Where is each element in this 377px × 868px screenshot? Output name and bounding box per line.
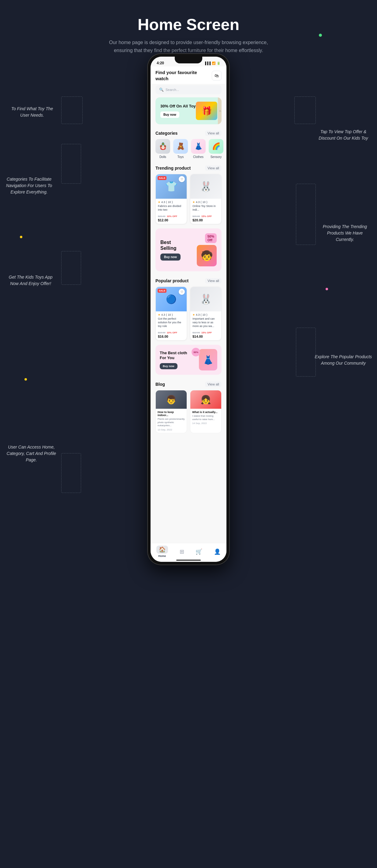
bottom-nav: 🏠 Home ⊞ 🛒 👤: [151, 543, 226, 562]
categories-view-all[interactable]: View all: [205, 130, 222, 136]
sensory-label: Sensory: [211, 155, 222, 159]
best-selling-image: 🧒: [197, 245, 217, 267]
cloth-banner-title: The Best clothFor You: [160, 350, 187, 361]
wifi-icon: 📶: [212, 62, 215, 65]
popular-product-1-info: ★ 4.3 (10) Got the perfect solution for …: [156, 311, 187, 340]
annotation-box-enjoy: [61, 251, 81, 285]
annotation-box-categories: [61, 144, 81, 184]
best-selling-title: BestSelling: [160, 240, 181, 251]
popular-product-1-emoji: 🔵: [166, 294, 177, 304]
best-selling-badge: 50%Off: [205, 233, 217, 243]
popular-header: Popular product View all: [151, 276, 226, 286]
blog-view-all[interactable]: View all: [205, 381, 222, 387]
category-nav-icon: ⊞: [180, 548, 184, 555]
search-icon: 🔍: [159, 88, 164, 92]
annotation-access: User Can Access Home, Category, Cart And…: [3, 444, 60, 463]
categories-title: Categories: [155, 131, 178, 136]
cloth-banner-image: 👗: [199, 349, 217, 370]
blog-post-1-image: 👦: [156, 391, 187, 409]
product-2-price: $20.00 15% OFF $20.00: [192, 213, 219, 222]
product-2-rating: ★ 4.3 (10): [192, 200, 219, 204]
trending-product-1-info: ★ 4.3 (10) Fabrics are divided into two …: [156, 199, 187, 224]
cart-nav-icon: 🛒: [195, 548, 202, 555]
product-1-rating: ★ 4.3 (10): [158, 200, 185, 204]
nav-home[interactable]: 🏠 Home: [156, 546, 168, 558]
sensory-icon: 🌈: [209, 139, 223, 154]
phone-mockup: 4:20 ▐▐▐ 📶 🔋 Find your favourite watch 🛍…: [148, 54, 229, 565]
categories-header: Categories View all: [151, 128, 226, 139]
popular-product-1[interactable]: SALE ♡ 🔵 ★ 4.3 (10) Got the perfect solu…: [155, 286, 187, 340]
page-subtitle: Our home page is designed to provide use…: [109, 38, 268, 54]
popular-product-2-image: 🐰: [190, 287, 221, 311]
search-bar[interactable]: 🔍 Search...: [155, 85, 222, 94]
blog-post-2-image: 👧: [190, 391, 221, 409]
toys-icon: 🧸: [173, 139, 188, 154]
blog-header: Blog View all: [151, 379, 226, 390]
annotation-box-find-toy: [61, 96, 83, 124]
blog-post-2-desc: I stated that misting useful to raise hu…: [192, 414, 219, 421]
blog-post-1[interactable]: 👦 How to keep indoor... Plants are predo…: [155, 390, 187, 433]
blog-post-1-title: How to keep indoor...: [158, 410, 185, 417]
trending-product-2[interactable]: 🐰 ★ 4.3 (10) Online Toy Store in Indi...…: [190, 174, 222, 224]
phone-screen: 4:20 ▐▐▐ 📶 🔋 Find your favourite watch 🛍…: [151, 57, 226, 562]
trending-view-all[interactable]: View all: [205, 165, 222, 171]
fav-button-1[interactable]: ♡: [179, 176, 185, 182]
phone-frame: 4:20 ▐▐▐ 📶 🔋 Find your favourite watch 🛍…: [148, 54, 229, 565]
profile-nav-icon: 👤: [214, 548, 221, 555]
popular-sale-badge-1: SALE: [158, 289, 166, 293]
banner-image: 🎁: [196, 102, 217, 120]
nav-category[interactable]: ⊞: [180, 548, 184, 555]
blog-post-1-date: 13 Sep, 2022: [158, 428, 185, 431]
category-clothes[interactable]: 👗 Clothes: [191, 139, 206, 159]
battery-icon: 🔋: [217, 62, 220, 65]
popular-product-2-emoji: 🐰: [200, 293, 212, 305]
annotation-box-offer: [294, 96, 316, 124]
cart-button[interactable]: 🛍: [212, 71, 222, 81]
cloth-banner[interactable]: The Best clothFor You Buy now 30% 👗: [155, 345, 222, 375]
popular-product-1-image: SALE ♡ 🔵: [156, 287, 187, 311]
trending-products-row: SALE ♡ 👕 ★ 4.3 (10) Fabrics are divided …: [151, 174, 226, 228]
product-2-name: Online Toy Store in Indi...: [192, 205, 219, 212]
product-1-emoji: 👕: [165, 181, 178, 192]
category-sensory[interactable]: 🌈 Sensory: [209, 139, 223, 159]
banner-section: 30% Off On All Toy Buy now 🎁 3...: [151, 97, 226, 128]
blog-post-1-desc: Plants are predominantly photo synthetic…: [158, 417, 185, 427]
app-header: Find your favourite watch 🛍: [151, 66, 226, 84]
categories-row: 🪆 Dolls 🧸 Toys 👗 Clothes 🌈 Sensory: [151, 139, 226, 163]
trending-product-1[interactable]: SALE ♡ 👕 ★ 4.3 (10) Fabrics are divided …: [155, 174, 187, 224]
popular-product-2-info: ★ 4.3 (10) Important and can vary to les…: [190, 311, 221, 340]
popular-fav-1[interactable]: ♡: [179, 289, 185, 295]
best-selling-button[interactable]: Buy now: [160, 253, 181, 260]
trending-product-2-image: 🐰: [190, 174, 221, 199]
blog-post-2-date: 14 Sep, 2022: [192, 422, 219, 425]
banner-card[interactable]: 30% Off On All Toy Buy now 🎁 3...: [155, 97, 222, 124]
blog-row: 👦 How to keep indoor... Plants are predo…: [151, 390, 226, 437]
annotation-categories: Categories To Facilitate Navigation For …: [3, 176, 55, 195]
annotation-enjoy: Get The Kids Toys App Now And Enjoy Offe…: [5, 274, 57, 287]
category-dolls[interactable]: 🪆 Dolls: [155, 139, 170, 159]
cloth-buy-button[interactable]: Buy now: [160, 363, 178, 369]
star-icon-1: ★: [158, 200, 160, 204]
nav-cart[interactable]: 🛒: [195, 548, 202, 555]
toys-label: Toys: [178, 155, 184, 159]
sale-badge-1: SALE: [158, 176, 166, 180]
category-toys[interactable]: 🧸 Toys: [173, 139, 188, 159]
nav-profile[interactable]: 👤: [214, 548, 221, 555]
popular-product-1-price: $10.00 10% OFF $16.00: [158, 329, 185, 338]
product-1-name: Fabrics are divided into two: [158, 205, 185, 212]
clothes-icon: 👗: [191, 139, 206, 154]
annotation-box-access: [61, 453, 81, 493]
pink-dot-right: [325, 288, 328, 290]
blog-post-2[interactable]: 👧 What is it actually... I stated that m…: [190, 390, 222, 433]
status-icons: ▐▐▐ 📶 🔋: [204, 62, 220, 65]
popular-view-all[interactable]: View all: [205, 278, 222, 283]
banner-text: 30% Off On All Toy Buy now: [160, 104, 196, 118]
home-nav-icon: 🏠: [156, 546, 168, 554]
annotation-find-toy: To Find What Toy The User Needs.: [6, 105, 58, 119]
best-selling-banner[interactable]: BestSelling Buy now 50%Off 🧒: [155, 228, 222, 271]
app-header-title: Find your favourite watch: [155, 69, 211, 82]
blog-post-1-info: How to keep indoor... Plants are predomi…: [156, 409, 187, 433]
best-selling-content: BestSelling Buy now: [160, 240, 181, 260]
popular-product-2[interactable]: 🐰 ★ 4.3 (10) Important and can vary to l…: [190, 286, 222, 340]
banner-buy-button[interactable]: Buy now: [160, 112, 179, 118]
